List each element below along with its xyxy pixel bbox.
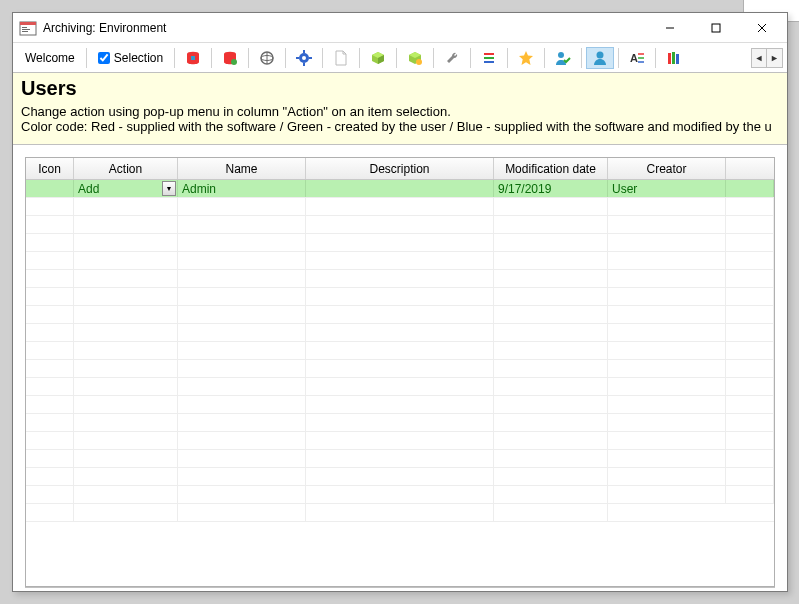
svg-point-27 <box>597 51 604 58</box>
svg-rect-3 <box>22 29 30 30</box>
col-action[interactable]: Action <box>74 158 178 179</box>
window: Archiving: Environment Welcome Selection <box>12 12 788 592</box>
col-creator[interactable]: Creator <box>608 158 726 179</box>
tab-selection[interactable]: Selection <box>91 47 170 69</box>
header-band: Users Change action using pop-up menu in… <box>13 73 787 145</box>
cell-name: Admin <box>178 180 306 197</box>
users-grid: Icon Action Name Description Modificatio… <box>25 157 775 587</box>
toolbar: Welcome Selection <box>13 43 787 73</box>
header-line-1: Change action using pop-up menu in colum… <box>21 104 779 119</box>
maximize-button[interactable] <box>693 13 739 42</box>
svg-rect-20 <box>296 57 299 59</box>
toolbar-icon-cube-2[interactable] <box>401 47 429 69</box>
toolbar-icon-gear[interactable] <box>290 47 318 69</box>
svg-rect-1 <box>20 22 36 25</box>
minimize-button[interactable] <box>647 13 693 42</box>
svg-rect-19 <box>303 63 305 66</box>
cell-action[interactable]: Add ▼ <box>74 180 178 197</box>
toolbar-icon-db-red-2[interactable] <box>216 47 244 69</box>
selection-checkbox[interactable] <box>98 52 110 64</box>
cell-creator: User <box>608 180 726 197</box>
header-line-2: Color code: Red - supplied with the soft… <box>21 119 779 134</box>
svg-point-12 <box>231 59 237 65</box>
cell-action-value: Add <box>78 182 99 196</box>
toolbar-icon-list[interactable] <box>475 47 503 69</box>
col-icon[interactable]: Icon <box>26 158 74 179</box>
cell-description <box>306 180 494 197</box>
cell-icon <box>26 180 74 197</box>
close-button[interactable] <box>739 13 785 42</box>
grid-header: Icon Action Name Description Modificatio… <box>26 158 774 180</box>
selection-label: Selection <box>114 51 163 65</box>
col-name[interactable]: Name <box>178 158 306 179</box>
toolbar-icon-cube-1[interactable] <box>364 47 392 69</box>
toolbar-icon-a-lines[interactable]: A <box>623 47 651 69</box>
titlebar: Archiving: Environment <box>13 13 787 43</box>
page-title: Users <box>21 77 779 100</box>
toolbar-scroll: ◄ ► <box>751 48 783 68</box>
toolbar-scroll-right[interactable]: ► <box>767 48 783 68</box>
svg-text:A: A <box>630 52 638 64</box>
toolbar-icon-user[interactable] <box>586 47 614 69</box>
svg-rect-6 <box>712 24 720 32</box>
table-row[interactable]: Add ▼ Admin 9/17/2019 User <box>26 180 774 198</box>
app-icon <box>19 19 37 37</box>
col-date[interactable]: Modification date <box>494 158 608 179</box>
toolbar-icon-globe[interactable] <box>253 47 281 69</box>
wizard-footer: Previous Next Finish Cancel <box>25 587 775 591</box>
toolbar-icon-books[interactable] <box>660 47 688 69</box>
svg-point-17 <box>302 56 306 60</box>
toolbar-icon-document[interactable] <box>327 47 355 69</box>
svg-rect-32 <box>668 53 671 64</box>
window-title: Archiving: Environment <box>43 21 166 35</box>
svg-rect-21 <box>309 57 312 59</box>
tab-welcome[interactable]: Welcome <box>18 47 82 69</box>
svg-rect-34 <box>676 54 679 64</box>
toolbar-icon-wrench[interactable] <box>438 47 466 69</box>
svg-point-26 <box>558 52 564 58</box>
svg-rect-4 <box>22 31 28 32</box>
toolbar-icon-db-red[interactable] <box>179 47 207 69</box>
col-description[interactable]: Description <box>306 158 494 179</box>
grid-body: Add ▼ Admin 9/17/2019 User <box>26 180 774 586</box>
action-dropdown-icon[interactable]: ▼ <box>162 181 176 196</box>
toolbar-scroll-left[interactable]: ◄ <box>751 48 767 68</box>
svg-point-22 <box>416 59 422 65</box>
svg-rect-2 <box>22 27 27 28</box>
cell-date: 9/17/2019 <box>494 180 608 197</box>
svg-rect-18 <box>303 50 305 53</box>
toolbar-icon-star[interactable] <box>512 47 540 69</box>
svg-rect-33 <box>672 52 675 64</box>
toolbar-icon-user-check[interactable] <box>549 47 577 69</box>
svg-rect-10 <box>191 56 195 60</box>
